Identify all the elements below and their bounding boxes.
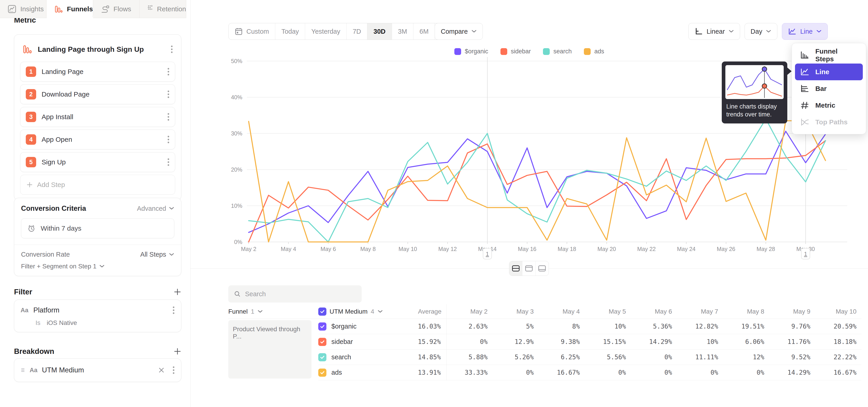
row-checkbox[interactable] <box>318 369 327 377</box>
value-cell: 5.36% <box>631 319 677 334</box>
kebab-icon[interactable] <box>167 158 169 166</box>
scale-dropdown[interactable]: Linear <box>688 23 740 40</box>
value-cell: 13.91% <box>393 365 446 380</box>
legend-item-sidebar[interactable]: sidebar <box>500 48 531 55</box>
legend-label: sidebar <box>511 48 531 55</box>
range-7d[interactable]: 7D <box>346 23 367 39</box>
chevron-down-icon <box>728 30 734 33</box>
funnel-step-5[interactable]: 5Sign Up <box>20 152 175 172</box>
value-cell: 0% <box>677 365 723 380</box>
range-3m[interactable]: 3M <box>392 23 413 39</box>
metric-icon <box>800 101 809 110</box>
range-label: 7D <box>352 28 361 35</box>
advanced-dropdown[interactable]: Advanced <box>137 205 174 212</box>
value-cell: 20.59% <box>815 319 862 334</box>
legend-item-ads[interactable]: ads <box>584 48 604 55</box>
layout-toggle <box>509 261 549 276</box>
drag-handle-icon[interactable] <box>21 367 25 374</box>
filter-property[interactable]: Platform <box>33 306 167 314</box>
search-input[interactable] <box>245 290 356 298</box>
conversion-rate-dropdown[interactable]: All Steps <box>141 251 174 258</box>
add-step-button[interactable]: Add Step <box>20 175 175 195</box>
breakdown-property[interactable]: UTM Medium <box>42 366 153 374</box>
value-cell: 15.92% <box>393 334 446 350</box>
conversion-window-row[interactable]: Within 7 days <box>21 218 174 238</box>
conversion-criteria-card: Conversion Criteria Advanced Within 7 da… <box>14 198 181 276</box>
x-tick-label: May 20 <box>597 246 616 252</box>
column-header-may-6: May 6 <box>631 304 677 319</box>
value-cell: 9.38% <box>539 334 585 350</box>
tab-retention[interactable]: Retention <box>140 0 186 18</box>
column-header-may-7: May 7 <box>677 304 723 319</box>
row-checkbox[interactable] <box>318 353 327 361</box>
x-tick-label: May 16 <box>518 246 536 252</box>
column-header-average: Average <box>393 304 446 319</box>
tab-funnels[interactable]: Funnels <box>46 0 93 18</box>
funnel-steps-icon <box>800 51 809 60</box>
range-today[interactable]: Today <box>275 23 305 39</box>
menu-item-bar[interactable]: Bar <box>795 80 863 97</box>
row-checkbox[interactable] <box>318 322 327 331</box>
layout-chart-only-button[interactable] <box>522 261 535 276</box>
menu-item-funnel-steps[interactable]: Funnel Steps <box>795 47 863 64</box>
kebab-icon[interactable] <box>170 45 173 53</box>
range-30d[interactable]: 30D <box>367 23 392 39</box>
funnels-icon <box>54 5 63 13</box>
x-tick-label: May 12 <box>438 246 457 252</box>
range-6m[interactable]: 6M <box>413 23 435 39</box>
range-yesterday[interactable]: Yesterday <box>305 23 346 39</box>
legend-item-search[interactable]: search <box>543 48 572 55</box>
filter-segment-dropdown[interactable]: Filter + Segment on Step 1 <box>21 263 174 270</box>
legend-label: search <box>553 48 572 55</box>
annotation-badge[interactable]: 1 <box>483 248 492 259</box>
layout-split-button[interactable] <box>509 261 522 276</box>
tab-label: Retention <box>157 5 186 13</box>
funnel-step-1[interactable]: 1Landing Page <box>20 62 175 82</box>
funnel-column-dropdown[interactable]: Funnel1 <box>228 304 318 319</box>
chevron-down-icon <box>766 30 771 33</box>
kebab-icon[interactable] <box>167 68 169 76</box>
value-cell: 5.56% <box>585 350 631 365</box>
menu-item-line[interactable]: Line <box>795 64 863 80</box>
value-cell: 14.29% <box>631 334 677 350</box>
granularity-dropdown[interactable]: Day <box>745 23 778 40</box>
add-filter-button[interactable] <box>174 288 181 296</box>
search-icon <box>234 290 241 298</box>
chart-type-dropdown[interactable]: Line <box>782 23 828 40</box>
breakdown-column-header[interactable]: UTM Medium4 <box>318 304 393 319</box>
funnel-step-3[interactable]: 3App Install <box>20 107 175 127</box>
column-header-may-10: May 10 <box>815 304 862 319</box>
tab-insights[interactable]: Insights <box>0 0 46 18</box>
value-cell: 0% <box>631 365 677 380</box>
legend-item-organic[interactable]: $organic <box>454 48 488 55</box>
tab-label: Funnels <box>67 5 93 13</box>
funnel-step-2[interactable]: 2Download Page <box>20 84 175 104</box>
select-all-checkbox[interactable] <box>318 308 327 316</box>
filter-operator[interactable]: Is <box>35 319 40 326</box>
close-icon[interactable] <box>158 367 165 374</box>
add-step-label: Add Step <box>37 181 65 189</box>
filter-value[interactable]: iOS Native <box>47 319 77 326</box>
tab-flows[interactable]: Flows <box>93 0 140 18</box>
add-breakdown-button[interactable] <box>174 347 181 355</box>
kebab-icon[interactable] <box>167 135 169 144</box>
annotation-badge[interactable]: 1 <box>801 248 810 259</box>
kebab-icon[interactable] <box>173 306 175 314</box>
top-paths-icon <box>800 117 809 127</box>
table-row-name-organic: $organic <box>318 319 393 334</box>
kebab-icon[interactable] <box>173 366 175 374</box>
value-cell: 22.22% <box>815 350 862 365</box>
funnel-step-4[interactable]: 4App Open <box>20 130 175 150</box>
kebab-icon[interactable] <box>167 113 169 121</box>
funnel-card-header[interactable]: Landing Page through Sign Up <box>20 40 175 59</box>
funnel-col-label: Funnel <box>228 308 248 315</box>
kebab-icon[interactable] <box>167 90 169 98</box>
menu-item-metric[interactable]: Metric <box>795 97 863 114</box>
compare-button[interactable]: Compare <box>435 23 483 40</box>
tooltip-text: Line charts display trends over time. <box>726 103 783 119</box>
range-custom[interactable]: Custom <box>228 23 275 39</box>
row-checkbox[interactable] <box>318 338 327 346</box>
funnel-name-cell[interactable]: Product Viewed through P... <box>228 320 311 378</box>
value-cell: 9.52% <box>769 350 815 365</box>
layout-table-only-button[interactable] <box>535 261 549 276</box>
